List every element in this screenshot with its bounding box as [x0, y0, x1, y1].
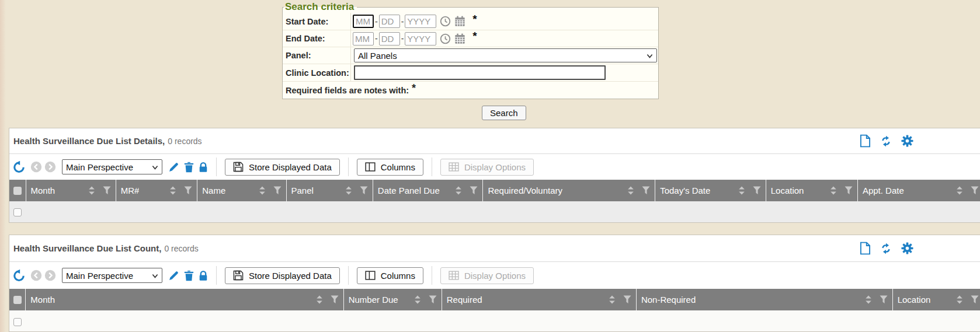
column-header-location[interactable]: Location — [766, 180, 857, 201]
filter-icon[interactable] — [470, 186, 478, 195]
clinic-location-label: Clinic Location: — [283, 64, 351, 81]
perspective-select-value: Main Perspective — [66, 271, 133, 281]
filter-icon[interactable] — [184, 186, 192, 195]
previous-perspective-icon[interactable] — [30, 270, 42, 281]
lock-icon[interactable] — [199, 162, 208, 173]
column-header-number-due[interactable]: Number Due — [343, 289, 442, 310]
row-checkbox[interactable] — [13, 318, 22, 326]
refresh-icon[interactable] — [880, 242, 892, 255]
chevron-down-icon — [152, 165, 158, 170]
delete-perspective-icon[interactable] — [184, 270, 194, 281]
search-criteria-fieldset: Search criteria Start Date: - - * End Da… — [282, 1, 659, 99]
clock-icon[interactable] — [440, 16, 451, 27]
sort-icon[interactable] — [345, 186, 352, 195]
sort-icon[interactable] — [88, 186, 95, 195]
sort-icon[interactable] — [956, 295, 963, 304]
end-date-year-input[interactable] — [405, 32, 436, 46]
select-all-checkbox[interactable] — [13, 296, 22, 304]
edit-perspective-icon[interactable] — [168, 162, 179, 173]
filter-icon[interactable] — [623, 295, 631, 304]
start-date-day-input[interactable] — [379, 15, 400, 28]
undo-icon[interactable] — [12, 269, 26, 282]
toolbar-separator — [432, 158, 432, 176]
calendar-icon[interactable] — [454, 33, 465, 44]
filter-icon[interactable] — [360, 186, 368, 195]
save-icon — [233, 162, 244, 172]
new-page-icon[interactable] — [860, 242, 871, 255]
filter-icon[interactable] — [273, 186, 282, 195]
calendar-icon[interactable] — [454, 16, 465, 27]
search-button[interactable]: Search — [482, 106, 526, 120]
column-header-appt-date[interactable]: Appt. Date — [857, 180, 980, 201]
date-separator: - — [375, 17, 378, 26]
gear-icon[interactable] — [901, 135, 913, 147]
sort-icon[interactable] — [455, 186, 462, 195]
sort-icon[interactable] — [830, 186, 837, 195]
search-criteria-legend: Search criteria — [284, 1, 357, 13]
clock-icon[interactable] — [440, 33, 451, 44]
sort-icon[interactable] — [414, 295, 421, 304]
undo-icon[interactable] — [12, 160, 26, 174]
delete-perspective-icon[interactable] — [184, 162, 194, 173]
column-header-name[interactable]: Name — [197, 180, 286, 201]
end-date-month-input[interactable] — [353, 32, 374, 46]
select-all-checkbox[interactable] — [13, 187, 22, 195]
end-date-day-input[interactable] — [379, 32, 400, 46]
panel-select[interactable]: All Panels — [354, 48, 657, 62]
sort-icon[interactable] — [316, 295, 323, 304]
gear-icon[interactable] — [901, 242, 913, 254]
filter-icon[interactable] — [103, 186, 111, 195]
next-perspective-icon[interactable] — [44, 161, 56, 173]
filter-icon[interactable] — [845, 186, 853, 195]
column-header-date-panel-due[interactable]: Date Panel Due — [373, 180, 483, 201]
empty-table-row — [9, 310, 980, 332]
filter-icon[interactable] — [880, 295, 888, 304]
sort-icon[interactable] — [627, 186, 634, 195]
column-header-location[interactable]: Location — [892, 289, 980, 310]
columns-icon — [365, 162, 376, 172]
empty-table-row — [9, 201, 980, 223]
edit-perspective-icon[interactable] — [168, 270, 179, 281]
columns-button[interactable]: Columns — [357, 159, 423, 176]
filter-icon[interactable] — [642, 186, 650, 195]
perspective-select[interactable]: Main Perspective — [62, 159, 162, 174]
sort-icon[interactable] — [609, 295, 616, 304]
filter-icon[interactable] — [429, 295, 437, 304]
column-header-panel[interactable]: Panel — [286, 180, 373, 201]
select-all-cell — [9, 289, 25, 310]
grid-icon — [449, 271, 459, 280]
search-criteria-panel: Search criteria Start Date: - - * End Da… — [282, 1, 659, 120]
column-header-mr[interactable]: MR# — [116, 180, 197, 201]
required-fields-note: Required fields are notes with: * — [283, 81, 658, 99]
clinic-location-input[interactable] — [354, 65, 606, 80]
perspective-select[interactable]: Main Perspective — [62, 268, 162, 283]
sort-icon[interactable] — [865, 295, 872, 304]
filter-icon[interactable] — [753, 186, 761, 195]
filter-icon[interactable] — [331, 295, 339, 304]
new-page-icon[interactable] — [860, 134, 871, 148]
column-header-required[interactable]: Required — [442, 289, 636, 310]
next-perspective-icon[interactable] — [44, 270, 56, 281]
column-header-month[interactable]: Month — [25, 289, 343, 310]
column-header-required-voluntary[interactable]: Required/Voluntary — [482, 180, 655, 201]
store-displayed-data-button[interactable]: Store Displayed Data — [225, 159, 340, 176]
column-header-month[interactable]: Month — [26, 180, 116, 201]
sort-icon[interactable] — [956, 186, 963, 195]
row-checkbox[interactable] — [13, 208, 22, 216]
store-displayed-data-button[interactable]: Store Displayed Data — [225, 267, 340, 284]
filter-icon[interactable] — [971, 186, 979, 195]
section-title: Health Surveillance Due List Details, — [13, 136, 165, 146]
columns-button[interactable]: Columns — [357, 267, 423, 284]
column-header-todays-date[interactable]: Today's Date — [655, 180, 766, 201]
refresh-icon[interactable] — [880, 135, 892, 148]
start-date-month-input[interactable] — [353, 15, 374, 28]
previous-perspective-icon[interactable] — [30, 161, 42, 173]
date-separator: - — [401, 17, 404, 26]
lock-icon[interactable] — [199, 270, 208, 281]
sort-icon[interactable] — [738, 186, 745, 195]
sort-icon[interactable] — [169, 186, 176, 195]
start-date-year-input[interactable] — [405, 15, 436, 28]
column-header-non-required[interactable]: Non-Required — [636, 289, 892, 310]
filter-icon[interactable] — [971, 295, 979, 304]
sort-icon[interactable] — [259, 186, 266, 195]
